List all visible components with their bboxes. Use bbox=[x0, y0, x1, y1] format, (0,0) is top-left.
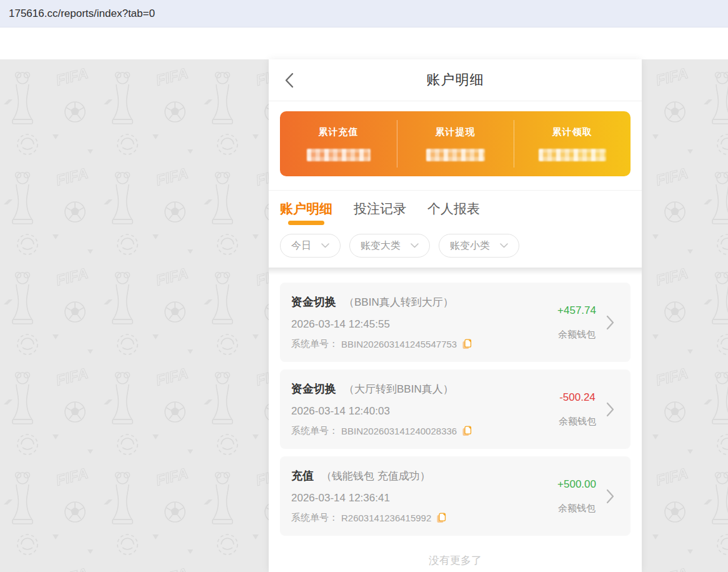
filter-bar-shadow bbox=[269, 268, 642, 275]
filter-major-category[interactable]: 账变大类 bbox=[349, 234, 430, 258]
no-more-text: 没有更多了 bbox=[280, 543, 631, 572]
tab-bar: 账户明细 投注记录 个人报表 bbox=[269, 190, 642, 230]
summary-total-claim: 累计领取 bbox=[514, 111, 631, 176]
browser-window: 175616.cc/reports/index?tab=0 FIFA bbox=[0, 0, 728, 572]
chevron-down-icon bbox=[500, 243, 508, 248]
record-subtitle: （大厅转到BBIN真人） bbox=[344, 382, 454, 396]
record-wallet: 余额钱包 bbox=[559, 416, 596, 428]
tab-label: 个人报表 bbox=[427, 201, 480, 216]
record-subtitle: （BBIN真人转到大厅） bbox=[344, 295, 454, 309]
summary-total-deposit: 累计充值 bbox=[280, 111, 397, 176]
record-datetime: 2026-03-14 12:40:03 bbox=[291, 405, 559, 418]
browser-content-gap bbox=[0, 28, 728, 59]
app-header: 账户明细 bbox=[269, 59, 642, 101]
record-amount: -500.24 bbox=[559, 391, 596, 404]
active-tab-underline bbox=[288, 221, 324, 225]
app-view: 账户明细 累计充值 累计提现 累计领取 bbox=[269, 59, 642, 572]
record-card[interactable]: 充值 （钱能钱包 充值成功） 2026-03-14 12:36:41 系统单号：… bbox=[280, 456, 631, 536]
chevron-down-icon bbox=[321, 243, 329, 248]
record-order-label: 系统单号： bbox=[291, 425, 338, 437]
summary-card: 累计充值 累计提现 累计领取 bbox=[280, 111, 631, 176]
record-list: 资金切换 （BBIN真人转到大厅） 2026-03-14 12:45:55 系统… bbox=[269, 275, 642, 572]
summary-label: 累计提现 bbox=[436, 126, 476, 138]
copy-icon[interactable] bbox=[462, 339, 472, 349]
browser-url-bar[interactable]: 175616.cc/reports/index?tab=0 bbox=[0, 0, 728, 28]
filter-label: 账变小类 bbox=[450, 239, 490, 253]
filter-bar: 今日 账变大类 账变小类 bbox=[269, 230, 642, 268]
chevron-left-icon bbox=[285, 73, 294, 88]
page-background: FIFA bbox=[0, 59, 728, 572]
page-title: 账户明细 bbox=[269, 71, 642, 89]
record-datetime: 2026-03-14 12:36:41 bbox=[291, 492, 557, 504]
record-order-number: BBIN202603141245547753 bbox=[341, 339, 457, 349]
record-order-number: BBIN202603141240028336 bbox=[341, 426, 457, 436]
masked-value bbox=[539, 149, 606, 161]
tab-account-detail[interactable]: 账户明细 bbox=[280, 191, 332, 230]
record-wallet: 余额钱包 bbox=[557, 329, 596, 341]
copy-icon[interactable] bbox=[436, 513, 446, 523]
tab-bet-records[interactable]: 投注记录 bbox=[354, 191, 406, 230]
url-text: 175616.cc/reports/index?tab=0 bbox=[9, 8, 155, 20]
record-datetime: 2026-03-14 12:45:55 bbox=[291, 318, 557, 331]
filter-minor-category[interactable]: 账变小类 bbox=[439, 234, 519, 258]
summary-label: 累计领取 bbox=[552, 126, 592, 138]
summary-section: 累计充值 累计提现 累计领取 bbox=[269, 101, 642, 190]
back-button[interactable] bbox=[285, 59, 294, 101]
record-order-label: 系统单号： bbox=[291, 338, 338, 350]
masked-value bbox=[307, 149, 371, 161]
filter-date[interactable]: 今日 bbox=[280, 234, 341, 258]
filter-label: 今日 bbox=[291, 239, 311, 253]
record-amount: +457.74 bbox=[557, 304, 596, 317]
record-type: 充值 bbox=[291, 468, 314, 483]
tab-personal-report[interactable]: 个人报表 bbox=[427, 191, 480, 230]
chevron-right-icon bbox=[606, 402, 614, 417]
summary-label: 累计充值 bbox=[319, 126, 359, 138]
record-order-label: 系统单号： bbox=[291, 512, 338, 524]
chevron-right-icon bbox=[606, 315, 614, 330]
record-type: 资金切换 bbox=[291, 294, 336, 309]
copy-icon[interactable] bbox=[462, 426, 472, 436]
chevron-down-icon bbox=[411, 243, 419, 248]
tab-label: 账户明细 bbox=[280, 201, 332, 216]
filter-label: 账变大类 bbox=[361, 239, 401, 253]
record-order-number: R2603141236415992 bbox=[341, 513, 431, 523]
record-amount: +500.00 bbox=[557, 478, 596, 491]
record-card[interactable]: 资金切换 （BBIN真人转到大厅） 2026-03-14 12:45:55 系统… bbox=[280, 283, 631, 362]
record-wallet: 余额钱包 bbox=[557, 503, 596, 514]
record-type: 资金切换 bbox=[291, 381, 336, 396]
record-card[interactable]: 资金切换 （大厅转到BBIN真人） 2026-03-14 12:40:03 系统… bbox=[280, 369, 631, 449]
tab-label: 投注记录 bbox=[354, 201, 406, 216]
record-subtitle: （钱能钱包 充值成功） bbox=[321, 469, 431, 483]
chevron-right-icon bbox=[606, 489, 614, 504]
masked-value bbox=[426, 149, 485, 161]
summary-total-withdraw: 累计提现 bbox=[397, 111, 514, 176]
